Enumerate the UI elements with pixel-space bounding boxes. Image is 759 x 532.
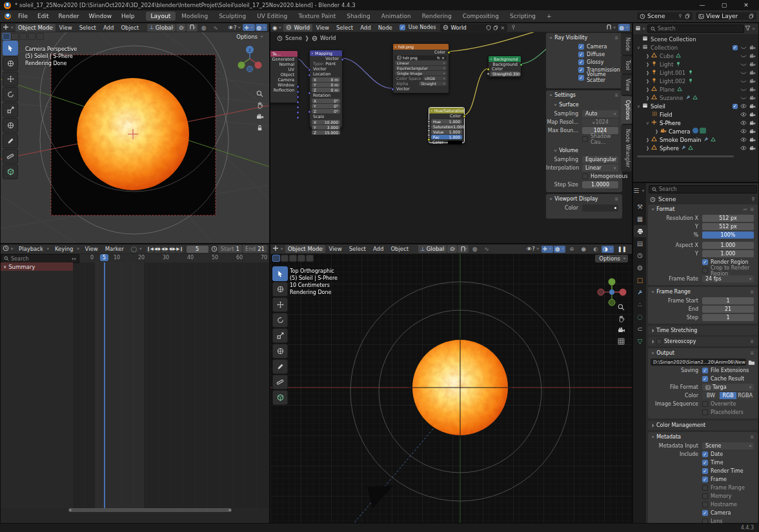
- eye-icon[interactable]: [740, 129, 747, 133]
- grid-ortho-icon[interactable]: [618, 338, 625, 345]
- summary-row[interactable]: ∨Summary: [1, 262, 73, 271]
- outliner-row-scene-collection[interactable]: Scene Collection: [633, 35, 758, 43]
- node-header[interactable]: hdr.png: [393, 44, 449, 50]
- panel-title[interactable]: Output: [656, 350, 674, 356]
- gizmo-y-neg[interactable]: [609, 299, 615, 306]
- menu-view[interactable]: View: [326, 246, 345, 252]
- meta-lens-checkbox[interactable]: [702, 518, 708, 524]
- homogeneous-checkbox[interactable]: [582, 173, 588, 179]
- unlink-icon[interactable]: ×: [500, 25, 505, 31]
- menu-add[interactable]: Add: [370, 246, 387, 252]
- camera-view-icon[interactable]: [618, 327, 625, 333]
- falloff-curve-icon[interactable]: ∿: [481, 246, 492, 252]
- panel-menu-icon[interactable]: ≣: [614, 197, 619, 202]
- mode-selector[interactable]: Object Mode: [15, 24, 56, 32]
- tab-output[interactable]: [634, 225, 646, 237]
- resolution-pct-field[interactable]: 100%: [702, 232, 754, 239]
- eye-closed-icon[interactable]: [740, 45, 747, 50]
- outliner-hscrollbar[interactable]: [637, 155, 734, 157]
- metadata-input-select[interactable]: Scene: [702, 442, 754, 449]
- value-field[interactable]: Value1.000: [431, 130, 462, 134]
- select-box-mode[interactable]: [11, 33, 19, 40]
- meta-frame-checkbox[interactable]: [702, 477, 708, 482]
- gizmo-y-axis[interactable]: [238, 62, 245, 69]
- falloff-curve-icon[interactable]: ∿: [210, 25, 221, 31]
- menu-object[interactable]: Object: [387, 246, 412, 252]
- ray-transmission-checkbox[interactable]: [578, 67, 584, 73]
- node-hue-saturation[interactable]: Hue/Saturation/Value Color Hue1.000 Satu…: [429, 107, 465, 143]
- pan-hand-icon[interactable]: [618, 315, 625, 322]
- workspace-tab-modeling[interactable]: Modeling: [176, 12, 213, 21]
- outliner-row-light-002[interactable]: ❱Light.002: [633, 77, 758, 85]
- image-datablock[interactable]: hdr.png↻×: [395, 55, 447, 60]
- cache-result-checkbox[interactable]: [702, 376, 708, 382]
- shading-rendered-icon[interactable]: ◑: [602, 246, 613, 253]
- panel-title[interactable]: Settings: [554, 92, 576, 98]
- shadow-caustics-checkbox[interactable]: [582, 136, 588, 142]
- panel-title[interactable]: Viewport Display: [554, 196, 598, 202]
- folder-icon[interactable]: [748, 359, 755, 366]
- tab-world[interactable]: [634, 262, 646, 274]
- options-button[interactable]: Options: [595, 255, 628, 262]
- resolution-y-field[interactable]: 512 px: [702, 223, 754, 230]
- file-format-select[interactable]: Targa: [702, 384, 754, 391]
- menu-add[interactable]: Add: [357, 25, 374, 31]
- pivot-point[interactable]: ⊙: [447, 245, 457, 253]
- frame-step-field[interactable]: 1: [702, 314, 754, 321]
- volume-subtitle[interactable]: Volume: [559, 148, 578, 153]
- frame-start-field[interactable]: Start1: [218, 245, 242, 253]
- editor-type-icon[interactable]: [3, 24, 15, 32]
- gizmo-y-axis[interactable]: [609, 279, 616, 286]
- transform-orientation[interactable]: ⟂Global: [147, 24, 176, 32]
- frame-end-field[interactable]: End21: [243, 245, 267, 253]
- gizmo-z-neg[interactable]: [247, 66, 253, 72]
- panel-title[interactable]: Ray Visibility: [554, 35, 587, 41]
- zoom-icon[interactable]: [618, 304, 625, 311]
- playhead-badge[interactable]: 5: [100, 254, 108, 261]
- camera-visibility-icon[interactable]: [749, 112, 756, 117]
- select-tweak-mode[interactable]: [272, 255, 280, 262]
- hue-field[interactable]: Hue1.000: [431, 119, 462, 124]
- crop-region-checkbox[interactable]: [702, 268, 708, 273]
- timeline-scrollbar[interactable]: [68, 508, 232, 512]
- outliner-row-s-phere[interactable]: ∨S-Phere: [633, 119, 758, 127]
- world-datablock[interactable]: World ×: [440, 24, 507, 32]
- shading-solid-icon[interactable]: ●: [578, 246, 589, 252]
- copy-icon[interactable]: [749, 14, 754, 19]
- workspace-tab-animation[interactable]: Animation: [376, 12, 416, 21]
- lock-view-icon[interactable]: [256, 124, 263, 132]
- properties-search[interactable]: Search: [649, 185, 757, 193]
- collapse-icon[interactable]: [554, 102, 557, 108]
- panel-menu-icon[interactable]: ≣: [614, 93, 619, 98]
- collapse-icon[interactable]: [554, 148, 557, 153]
- color-space-select[interactable]: sRGB: [423, 76, 447, 81]
- timeline-tracks[interactable]: [73, 262, 270, 508]
- properties-editor[interactable]: ☰ ⚒ ▦ ▤ □ ∴ ◌ ⊂ ▽ Search Scen: [632, 182, 759, 524]
- menu-select[interactable]: Select: [346, 246, 369, 252]
- copy-icon[interactable]: [685, 14, 690, 19]
- gizmo-x-neg[interactable]: [598, 289, 604, 295]
- tab-node-wrangler[interactable]: Node Wrangler: [621, 125, 632, 172]
- tab-particles[interactable]: ∴: [634, 299, 646, 311]
- collapse-icon[interactable]: [549, 35, 552, 41]
- node-background[interactable]: Background Background Color Strength0.30…: [488, 55, 521, 77]
- eye-icon[interactable]: [740, 104, 747, 108]
- prev-keyframe-button[interactable]: ◀◆: [154, 246, 161, 253]
- outliner[interactable]: Search Scene Collection ∨Collection ❱Cub…: [632, 23, 759, 182]
- gizmo-toggle[interactable]: ✛: [243, 24, 254, 31]
- tool-measure[interactable]: [3, 149, 18, 164]
- ray-camera-checkbox[interactable]: [578, 44, 584, 50]
- maximize-button[interactable]: ▢: [715, 2, 733, 8]
- tool-transform[interactable]: [272, 344, 288, 359]
- current-frame-field[interactable]: 5: [187, 246, 208, 253]
- camera-visibility-icon[interactable]: [749, 95, 756, 101]
- unlink-icon[interactable]: ×: [441, 55, 445, 60]
- color-swatch[interactable]: [582, 204, 618, 212]
- tool-rotate[interactable]: [272, 313, 288, 328]
- select-circle-mode[interactable]: [19, 33, 27, 40]
- step-size-field[interactable]: 1.0000: [582, 181, 618, 188]
- select-lasso-mode[interactable]: [298, 255, 305, 262]
- eye-closed-icon[interactable]: [740, 70, 747, 75]
- pivot-point[interactable]: ⊙: [176, 24, 186, 32]
- workspace-tab-layout[interactable]: Layout: [146, 12, 176, 21]
